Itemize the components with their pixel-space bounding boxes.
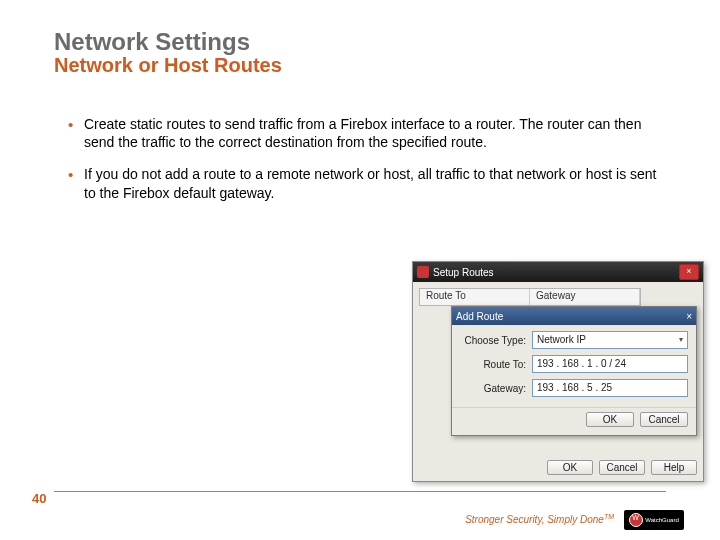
bullet-item: If you do not add a route to a remote ne… xyxy=(68,165,668,201)
title-block: Network Settings Network or Host Routes xyxy=(54,28,282,77)
help-button[interactable]: Help xyxy=(651,460,697,475)
bullet-list: Create static routes to send traffic fro… xyxy=(68,115,668,216)
choose-type-value: Network IP xyxy=(537,332,586,348)
inner-dialog-footer-buttons: OK Cancel xyxy=(452,407,696,435)
dialog-titlebar: Setup Routes × xyxy=(413,262,703,282)
cancel-button[interactable]: Cancel xyxy=(599,460,645,475)
route-to-input[interactable]: 193 . 168 . 1 . 0 / 24 xyxy=(532,355,688,373)
ok-button[interactable]: OK xyxy=(547,460,593,475)
setup-routes-dialog: Setup Routes × Route To Gateway Add... E… xyxy=(412,261,704,482)
dialog-footer-buttons: OK Cancel Help xyxy=(413,454,703,481)
choose-type-label: Choose Type: xyxy=(460,335,532,346)
watchguard-logo: WatchGuard xyxy=(624,510,684,530)
routes-table-header: Route To Gateway xyxy=(419,288,641,306)
add-route-form: Choose Type: Network IP ▾ Route To: 193 … xyxy=(452,325,696,407)
choose-type-select[interactable]: Network IP ▾ xyxy=(532,331,688,349)
slide-subtitle: Network or Host Routes xyxy=(54,54,282,77)
slide-title: Network Settings xyxy=(54,28,282,56)
route-to-label: Route To: xyxy=(460,359,532,370)
slide: Network Settings Network or Host Routes … xyxy=(0,0,720,540)
logo-text: WatchGuard xyxy=(645,517,678,523)
inner-dialog-title: Add Route xyxy=(456,311,503,322)
gateway-input[interactable]: 193 . 168 . 5 . 25 xyxy=(532,379,688,397)
chevron-down-icon: ▾ xyxy=(679,332,683,348)
logo-icon xyxy=(629,513,643,527)
bullet-item: Create static routes to send traffic fro… xyxy=(68,115,668,151)
tagline: Stronger Security, Simply DoneTM xyxy=(465,513,614,525)
page-number: 40 xyxy=(32,491,46,506)
column-gateway: Gateway xyxy=(530,289,640,305)
cancel-button[interactable]: Cancel xyxy=(640,412,688,427)
gateway-value: 193 . 168 . 5 . 25 xyxy=(537,380,612,396)
close-icon[interactable]: × xyxy=(679,264,699,280)
column-route-to: Route To xyxy=(420,289,530,305)
add-route-dialog: Add Route × Choose Type: Network IP ▾ Ro… xyxy=(451,306,697,436)
route-to-value: 193 . 168 . 1 . 0 / 24 xyxy=(537,356,626,372)
dialog-title: Setup Routes xyxy=(433,267,494,278)
ok-button[interactable]: OK xyxy=(586,412,634,427)
close-icon[interactable]: × xyxy=(686,311,692,322)
footer-rule xyxy=(54,491,666,492)
app-icon xyxy=(417,266,429,278)
gateway-label: Gateway: xyxy=(460,383,532,394)
inner-dialog-titlebar: Add Route × xyxy=(452,307,696,325)
